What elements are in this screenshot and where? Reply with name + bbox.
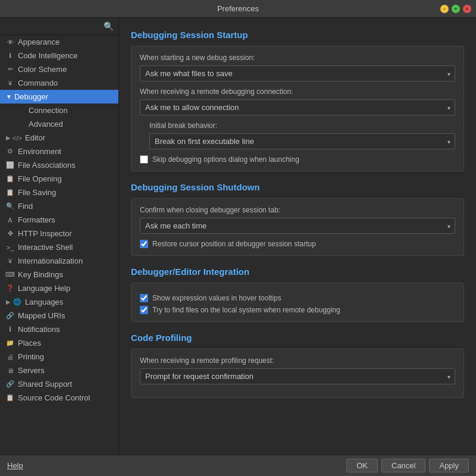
editor-chevron: ▶ — [6, 134, 11, 141]
code-intelligence-icon: ℹ — [6, 52, 14, 60]
section2-label1: Confirm when closing debugger session ta… — [140, 206, 455, 214]
section1-select2[interactable]: Ask me to allow connectionAllow connecti… — [140, 99, 455, 115]
sidebar-item-debugger[interactable]: ▼Debugger — [0, 90, 118, 104]
section3-checkbox2[interactable] — [140, 306, 148, 314]
section1-checkbox1-label: Skip debugging options dialog when launc… — [152, 155, 299, 164]
sidebar-item-label-find: Find — [18, 202, 33, 211]
sidebar-item-label-formatters: Formatters — [18, 215, 55, 224]
section3-title: Debugger/Editor Integration — [131, 267, 464, 277]
sidebar-item-label-code-intelligence: Code Intelligence — [18, 51, 77, 60]
sidebar-item-label-key-bindings: Key Bindings — [18, 270, 63, 279]
section3-checkbox2-row: Try to find files on the local system wh… — [140, 306, 455, 314]
find-icon: 🔍 — [6, 202, 14, 210]
section1-box: When starting a new debug session: Ask m… — [131, 46, 464, 171]
sidebar-search-bar: 🔍 — [0, 18, 118, 35]
notifications-icon: ℹ — [6, 325, 14, 333]
section1-indent: Initial break behavior: Break on first e… — [149, 121, 455, 149]
section1-select1-wrap: Ask me what files to saveSave all filesS… — [140, 65, 455, 82]
sidebar-item-label-http-inspector: HTTP Inspector — [18, 229, 72, 238]
section2-checkbox1[interactable] — [140, 240, 148, 248]
debugger-chevron: ▼ — [6, 93, 12, 100]
sidebar-item-interactive-shell[interactable]: >_Interactive Shell — [0, 240, 118, 254]
section3-checkbox1-row: Show expression values in hover tooltips — [140, 294, 455, 302]
sidebar-item-key-bindings[interactable]: ⌨Key Bindings — [0, 268, 118, 281]
source-code-control-icon: 📋 — [6, 394, 14, 402]
interactive-shell-icon: >_ — [6, 244, 14, 251]
sidebar-item-formatters[interactable]: AFormatters — [0, 213, 118, 227]
sidebar-item-environment[interactable]: ⚙Environment — [0, 145, 118, 158]
places-icon: 📁 — [6, 339, 14, 347]
section1-checkbox1[interactable] — [140, 155, 148, 164]
section3-checkbox1[interactable] — [140, 294, 148, 302]
sidebar-item-label-commando: Commando — [18, 79, 58, 87]
section1-select3[interactable]: Break on first executable lineDon't brea… — [149, 133, 455, 149]
sidebar-item-label-file-opening: File Opening — [18, 174, 62, 183]
sidebar-item-advanced[interactable]: Advanced — [0, 117, 118, 131]
section4-title: Code Profiling — [131, 333, 464, 343]
sidebar-item-label-printing: Printing — [18, 352, 44, 361]
section1-label3: Initial break behavior: — [149, 121, 455, 130]
help-button[interactable]: Help — [7, 461, 23, 470]
sidebar-item-shared-support[interactable]: 🔗Shared Support — [0, 377, 118, 391]
minimize-button[interactable]: − — [440, 5, 449, 13]
ok-button[interactable]: OK — [346, 459, 378, 472]
sidebar-item-label-color-scheme: Color Scheme — [18, 65, 67, 74]
sidebar-item-label-connection: Connection — [29, 106, 68, 115]
commando-icon: ¥ — [6, 80, 14, 87]
sidebar-item-languages[interactable]: ▶🌐Languages — [0, 295, 118, 309]
color-scheme-icon: ✏ — [6, 65, 14, 73]
file-associations-icon: ⬜ — [6, 161, 14, 169]
appearance-icon: 👁 — [6, 39, 14, 46]
sidebar-item-label-debugger: Debugger — [14, 92, 48, 101]
section2-select1[interactable]: Ask me each timeAlways confirmNever conf… — [140, 218, 455, 234]
sidebar-item-label-file-saving: File Saving — [18, 188, 56, 197]
close-button[interactable]: × — [463, 5, 471, 13]
sidebar-item-find[interactable]: 🔍Find — [0, 199, 118, 213]
section3-checkbox2-label: Try to find files on the local system wh… — [152, 306, 340, 314]
sidebar-item-mapped-uris[interactable]: 🔗Mapped URIs — [0, 309, 118, 322]
sidebar-item-servers[interactable]: 🖥Servers — [0, 364, 118, 377]
sidebar-item-notifications[interactable]: ℹNotifications — [0, 322, 118, 336]
main-panel: Debugging Session Startup When starting … — [119, 18, 476, 455]
sidebar-item-places[interactable]: 📁Places — [0, 336, 118, 350]
sidebar-item-file-saving[interactable]: 📋File Saving — [0, 186, 118, 199]
sidebar-item-code-intelligence[interactable]: ℹCode Intelligence — [0, 49, 118, 62]
sidebar-item-label-shared-support: Shared Support — [18, 380, 72, 389]
formatters-icon: A — [6, 217, 14, 224]
cancel-button[interactable]: Cancel — [381, 459, 425, 472]
editor-icon: </> — [13, 134, 21, 142]
sidebar-item-label-editor: Editor — [25, 133, 45, 142]
shared-support-icon: 🔗 — [6, 380, 14, 388]
file-saving-icon: 📋 — [6, 189, 14, 196]
sidebar-item-language-help[interactable]: ❓Language Help — [0, 281, 118, 295]
sidebar-item-http-inspector[interactable]: ✤HTTP Inspector — [0, 227, 118, 240]
sidebar-item-appearance[interactable]: 👁Appearance — [0, 35, 118, 49]
file-opening-icon: 📋 — [6, 175, 14, 183]
sidebar-item-label-environment: Environment — [18, 147, 61, 156]
section2-checkbox1-row: Restore cursor position at debugger sess… — [140, 240, 455, 248]
sidebar-item-internationalization[interactable]: ¥Internationalization — [0, 254, 118, 268]
sidebar-item-file-associations[interactable]: ⬜File Associations — [0, 158, 118, 172]
sidebar-item-connection[interactable]: Connection — [0, 104, 118, 117]
language-help-icon: ❓ — [6, 284, 14, 292]
sidebar-item-commando[interactable]: ¥Commando — [0, 76, 118, 90]
bottom-right: OK Cancel Apply — [346, 459, 469, 472]
sidebar-item-source-code-control[interactable]: 📋Source Code Control — [0, 391, 118, 405]
sidebar-item-file-opening[interactable]: 📋File Opening — [0, 172, 118, 186]
sidebar-item-editor[interactable]: ▶</>Editor — [0, 131, 118, 145]
titlebar: Preferences − + × — [0, 0, 476, 18]
sidebar-item-color-scheme[interactable]: ✏Color Scheme — [0, 62, 118, 76]
sidebar-item-label-languages: Languages — [25, 298, 63, 306]
apply-button[interactable]: Apply — [429, 459, 469, 472]
section1-title: Debugging Session Startup — [131, 30, 464, 40]
section4-select1[interactable]: Prompt for request confirmationAccept al… — [140, 368, 455, 384]
sidebar-item-label-notifications: Notifications — [18, 325, 60, 334]
window-title: Preferences — [217, 4, 259, 13]
internationalization-icon: ¥ — [6, 258, 14, 265]
maximize-button[interactable]: + — [452, 5, 460, 13]
sidebar-item-printing[interactable]: 🖨Printing — [0, 350, 118, 364]
key-bindings-icon: ⌨ — [6, 271, 14, 278]
section3-box: Show expression values in hover tooltips… — [131, 283, 464, 322]
sidebar-list: 👁AppearanceℹCode Intelligence✏Color Sche… — [0, 35, 118, 455]
section1-select1[interactable]: Ask me what files to saveSave all filesS… — [140, 65, 455, 82]
